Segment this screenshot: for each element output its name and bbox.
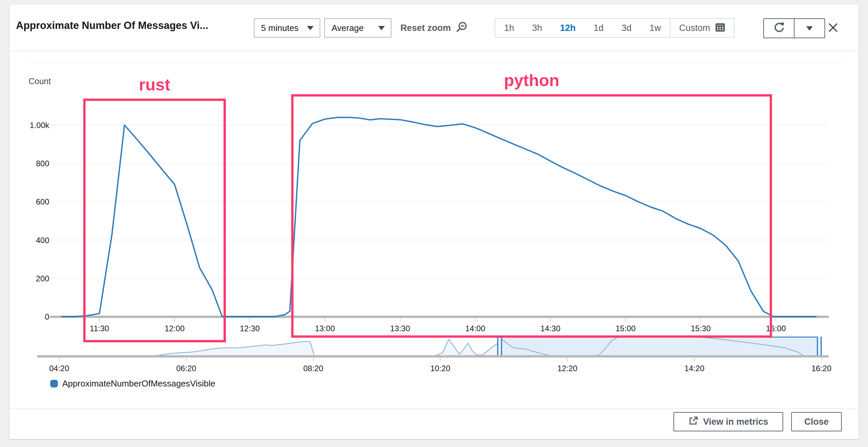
x-tick-label: 11:30 (90, 324, 109, 333)
x-tick-label: 12:00 (165, 324, 185, 333)
brush-handle-bar (820, 336, 822, 356)
close-button-label: Close (804, 417, 829, 427)
overview-tick-label: 04:20 (49, 364, 69, 373)
x-tick-label: 15:00 (616, 324, 636, 333)
brush-handle-bar (497, 336, 498, 356)
python-annotation-box (292, 95, 771, 336)
y-tick-label: 800 (36, 159, 49, 168)
y-tick-label: 400 (36, 236, 49, 245)
rust-annotation-box (85, 100, 225, 341)
footer-divider (9, 409, 859, 409)
brush-handle-bar (817, 336, 818, 356)
x-tick-label: 16:00 (766, 324, 786, 333)
x-tick-label: 15:30 (691, 324, 711, 333)
external-link-icon (688, 416, 699, 428)
rust-annotation-label: rust (139, 76, 170, 94)
overview-tick-label: 06:20 (176, 364, 196, 373)
y-tick-label: 200 (36, 274, 49, 283)
metric-chart[interactable]: 1.00k8006004002000Count11:3012:0012:3013… (9, 5, 859, 439)
x-tick-label: 14:00 (465, 324, 485, 333)
view-in-metrics-button[interactable]: View in metrics (674, 412, 783, 431)
metric-line-series (62, 117, 816, 317)
overview-tick-label: 08:20 (303, 364, 323, 373)
x-tick-label: 13:30 (390, 324, 410, 333)
x-tick-label: 14:30 (540, 324, 560, 333)
brush-handle-bar (501, 336, 502, 356)
y-tick-label: 1.00k (30, 121, 50, 130)
legend-label: ApproximateNumberOfMessagesVisible (62, 379, 216, 389)
x-tick-label: 13:00 (315, 324, 335, 333)
overview-tick-label: 16:20 (811, 364, 831, 373)
x-axis-line (50, 316, 829, 318)
overview-tick-label: 10:20 (430, 364, 450, 373)
y-tick-label: 0 (45, 312, 49, 321)
python-annotation-label: python (504, 71, 559, 90)
chart-legend[interactable]: ApproximateNumberOfMessagesVisible (50, 379, 216, 389)
overview-axis-line (37, 355, 829, 358)
legend-color-swatch (50, 380, 58, 387)
y-axis-title: Count (29, 77, 51, 86)
overview-area-fill (38, 337, 822, 356)
y-tick-label: 600 (36, 197, 49, 206)
overview-tick-label: 14:20 (684, 364, 704, 373)
x-tick-label: 12:30 (240, 324, 260, 333)
close-button[interactable]: Close (791, 412, 842, 431)
view-in-metrics-label: View in metrics (703, 417, 768, 427)
metric-detail-modal: Approximate Number Of Messages Vi... 5 m… (9, 5, 859, 439)
overview-tick-label: 12:20 (557, 364, 577, 373)
